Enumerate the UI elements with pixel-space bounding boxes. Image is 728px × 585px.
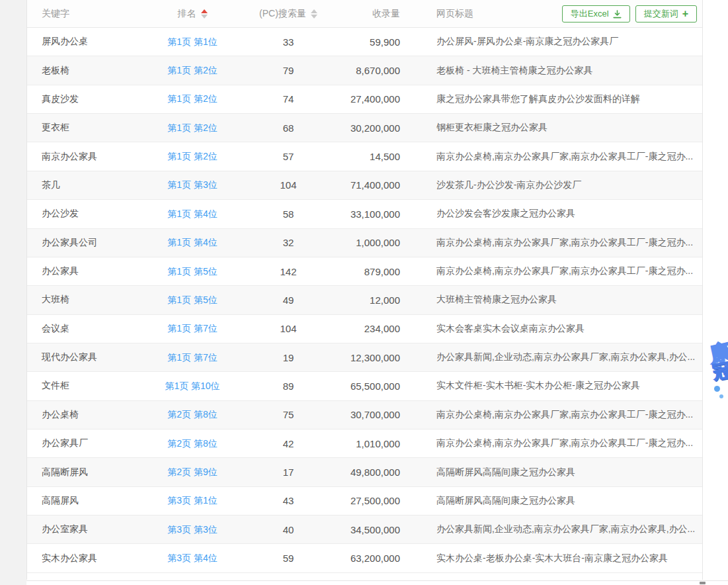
column-header-rank[interactable]: 排名	[153, 8, 232, 20]
keyword-cell: 办公家具	[27, 265, 153, 277]
table-row: 办公家具 第1页 第5位 142 879,000 南京办公桌椅,南京办公家具厂家…	[27, 257, 702, 286]
table-row: 更衣柜 第1页 第2位 68 30,200,000 钢柜更衣柜康之冠办公家具	[27, 114, 702, 142]
indexed-count-cell: 59,900	[344, 36, 405, 48]
table-row: 茶几 第1页 第3位 104 71,400,000 沙发茶几-办公沙发-南京办公…	[27, 171, 702, 200]
rank-link[interactable]: 第1页 第4位	[167, 208, 217, 219]
keyword-rank-page: 关键字 排名 (PC)搜索量	[0, 0, 728, 585]
keyword-cell: 实木办公家具	[27, 553, 153, 564]
pc-search-volume-cell: 33	[232, 36, 344, 48]
rank-link[interactable]: 第1页 第2位	[167, 151, 217, 161]
rank-link[interactable]: 第3页 第4位	[167, 553, 217, 563]
volume-sort-icon[interactable]	[311, 9, 317, 19]
rank-link[interactable]: 第3页 第1位	[167, 495, 217, 506]
keyword-cell: 高隔屏风	[27, 495, 153, 507]
sort-desc-icon[interactable]	[311, 15, 317, 19]
table-row: 办公家具厂 第2页 第8位 42 1,010,000 南京办公桌椅,南京办公家具…	[27, 429, 702, 458]
page-title-cell: 实木会客桌实木会议桌南京办公家具	[405, 323, 702, 335]
submit-new-word-button[interactable]: 提交新词 +	[635, 5, 697, 22]
keyword-rank-table: 关键字 排名 (PC)搜索量	[26, 0, 703, 580]
indexed-count-cell: 63,200,000	[344, 553, 405, 564]
page-title-cell: 办公家具新闻,企业动态,南京办公家具厂家,南京办公家具,办公...	[405, 351, 702, 363]
bottom-divider	[26, 580, 728, 581]
indexed-count-cell: 12,300,000	[344, 352, 405, 363]
rank-link[interactable]: 第1页 第5位	[167, 266, 217, 277]
scroll-handle-mark[interactable]	[700, 582, 706, 584]
rank-link[interactable]: 第1页 第7位	[167, 323, 217, 334]
rank-link[interactable]: 第2页 第8位	[167, 438, 217, 449]
page-title-cell: 办公家具新闻,企业动态,南京办公家具厂家,南京办公家具,办公...	[405, 523, 702, 535]
keyword-cell: 文件柜	[27, 380, 153, 392]
keyword-cell: 办公沙发	[27, 208, 153, 220]
page-title-cell: 办公屏风-屏风办公桌-南京康之冠办公家具厂	[405, 36, 702, 48]
pc-search-volume-cell: 58	[232, 208, 344, 220]
page-title-cell: 大班椅主管椅康之冠办公家具	[405, 294, 702, 306]
rank-link[interactable]: 第2页 第8位	[167, 409, 217, 420]
table-body: 屏风办公桌 第1页 第1位 33 59,900 办公屏风-屏风办公桌-南京康之冠…	[27, 28, 702, 573]
page-title-cell: 南京办公桌椅,南京办公家具厂家,南京办公家具工厂-康之冠办...	[405, 437, 702, 449]
rank-link[interactable]: 第2页 第9位	[167, 467, 217, 477]
keyword-cell: 办公家具厂	[27, 437, 153, 449]
indexed-count-cell: 65,500,000	[344, 381, 405, 392]
rank-sort-icon[interactable]	[201, 9, 208, 19]
indexed-count-cell: 30,700,000	[344, 409, 405, 420]
table-row: 办公桌椅 第2页 第8位 75 30,700,000 南京办公桌椅,南京办公家具…	[27, 401, 702, 429]
table-row: 办公家具公司 第1页 第4位 32 1,000,000 南京办公桌椅,南京办公家…	[27, 229, 702, 257]
pc-search-volume-cell: 59	[232, 553, 344, 564]
keyword-cell: 老板椅	[27, 65, 153, 77]
column-header-rank-label: 排名	[178, 8, 196, 20]
pc-search-volume-cell: 49	[232, 294, 344, 306]
rank-link[interactable]: 第1页 第5位	[167, 294, 217, 305]
rank-link[interactable]: 第1页 第10位	[165, 381, 220, 391]
sort-desc-icon[interactable]	[201, 15, 208, 19]
pc-search-volume-cell: 19	[232, 352, 344, 363]
column-header-keyword: 关键字	[27, 8, 153, 20]
submit-new-word-label: 提交新词	[644, 8, 678, 20]
keyword-cell: 办公桌椅	[27, 409, 153, 421]
download-icon	[613, 10, 622, 19]
keyword-cell: 真皮沙发	[27, 93, 153, 105]
page-title-cell: 南京办公桌椅,南京办公家具厂家,南京办公家具工厂-康之冠办...	[405, 237, 702, 249]
table-row: 高隔屏风 第3页 第1位 43 27,500,000 高隔断屏风高隔间康之冠办公…	[27, 487, 702, 516]
pc-search-volume-cell: 74	[232, 93, 344, 105]
table-row: 会议桌 第1页 第7位 104 234,000 实木会客桌实木会议桌南京办公家具	[27, 315, 702, 343]
indexed-count-cell: 27,400,000	[344, 93, 405, 105]
indexed-count-cell: 1,000,000	[344, 237, 405, 248]
page-title-cell: 南京办公桌椅,南京办公家具厂家,南京办公家具工厂-康之冠办...	[405, 151, 702, 163]
export-excel-button[interactable]: 导出Excel	[562, 5, 630, 22]
table-row: 现代办公家具 第1页 第7位 19 12,300,000 办公家具新闻,企业动态…	[27, 343, 702, 372]
partial-next-row	[27, 573, 702, 580]
indexed-count-cell: 49,800,000	[344, 467, 405, 478]
keyword-cell: 现代办公家具	[27, 351, 153, 363]
column-header-page-title-label: 网页标题	[436, 8, 473, 19]
page-title-cell: 南京办公桌椅,南京办公家具厂家,南京办公家具工厂-康之冠办...	[405, 265, 702, 277]
column-header-indexed-label: 收录量	[372, 8, 400, 19]
rank-link[interactable]: 第1页 第2位	[167, 93, 217, 104]
rank-link[interactable]: 第1页 第3位	[167, 179, 217, 190]
rank-link[interactable]: 第3页 第3位	[167, 524, 217, 535]
keyword-cell: 屏风办公桌	[27, 36, 153, 48]
sort-asc-icon[interactable]	[201, 9, 208, 13]
rank-link[interactable]: 第1页 第7位	[167, 352, 217, 363]
sort-asc-icon[interactable]	[311, 9, 317, 13]
table-row: 办公沙发 第1页 第4位 58 33,100,000 办公沙发会客沙发康之冠办公…	[27, 200, 702, 228]
indexed-count-cell: 30,200,000	[344, 122, 405, 134]
page-title-cell: 康之冠办公家具带您了解真皮办公沙发面料的详解	[405, 93, 702, 105]
floating-mascot-badge[interactable]: 康 冠	[709, 339, 728, 402]
indexed-count-cell: 8,670,000	[344, 65, 405, 76]
mascot-bubble-icon	[714, 386, 720, 392]
table-row: 办公室家具 第3页 第3位 40 34,500,000 办公家具新闻,企业动态,…	[27, 516, 702, 544]
rank-link[interactable]: 第1页 第4位	[167, 237, 217, 248]
pc-search-volume-cell: 104	[232, 179, 344, 191]
rank-link[interactable]: 第1页 第2位	[167, 65, 217, 75]
column-header-pc-volume[interactable]: (PC)搜索量	[232, 8, 344, 20]
mascot-char-top: 康	[708, 338, 728, 369]
pc-search-volume-cell: 42	[232, 438, 344, 449]
page-title-cell: 钢柜更衣柜康之冠办公家具	[405, 122, 702, 134]
indexed-count-cell: 234,000	[344, 323, 405, 334]
table-row: 高隔断屏风 第2页 第9位 17 49,800,000 高隔断屏风高隔间康之冠办…	[27, 458, 702, 486]
column-header-indexed: 收录量	[344, 8, 405, 20]
rank-link[interactable]: 第1页 第2位	[167, 122, 217, 133]
rank-link[interactable]: 第1页 第1位	[167, 36, 217, 47]
indexed-count-cell: 71,400,000	[344, 179, 405, 191]
keyword-cell: 南京办公家具	[27, 151, 153, 163]
